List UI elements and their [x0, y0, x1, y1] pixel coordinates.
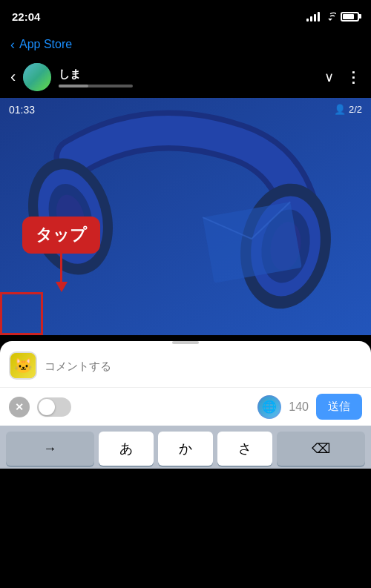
key-delete[interactable]: ⌫ [277, 432, 365, 466]
toggle-knob [39, 399, 55, 415]
avatar [23, 63, 51, 91]
keyboard: → あ か さ ⌫ [0, 426, 371, 469]
wifi-icon [324, 12, 336, 21]
story-info: 01:33 [9, 104, 35, 116]
nav-bar: ‹ しま ∨ ⋮ [0, 56, 371, 98]
viewers-icon: 👤 [334, 104, 346, 115]
status-bar: 22:04 [0, 0, 371, 33]
chevron-down-icon[interactable]: ∨ [324, 69, 334, 85]
app-store-label[interactable]: App Store [19, 38, 72, 51]
key-sa-label: さ [238, 440, 252, 457]
user-info: しま [59, 67, 317, 87]
key-delete-label: ⌫ [312, 440, 330, 457]
key-ka[interactable]: か [158, 432, 213, 466]
sticker-button[interactable]: 🌐 [257, 395, 281, 419]
toolbar-row: ✕ 🌐 140 送信 [0, 387, 371, 426]
tap-annotation: タップ [22, 217, 100, 283]
status-icons [306, 11, 359, 22]
key-arrow-label: → [43, 441, 56, 457]
target-highlight-box [0, 292, 43, 335]
sticker-icon: 🌐 [259, 397, 280, 417]
nav-actions: ∨ ⋮ [324, 68, 361, 86]
key-sa[interactable]: さ [217, 432, 272, 466]
char-count: 140 [289, 400, 309, 414]
more-options-icon[interactable]: ⋮ [346, 68, 361, 86]
avatar-icon: 🐱 [10, 353, 36, 378]
story-area[interactable]: 01:33 👤 2/2 タップ [0, 98, 371, 335]
comment-input[interactable] [45, 360, 362, 372]
close-icon[interactable]: ✕ [9, 397, 30, 417]
comment-avatar: 🐱 [9, 351, 37, 380]
nav-back-button[interactable]: ‹ [10, 67, 16, 87]
story-timestamp: 01:33 [9, 104, 35, 116]
tap-arrow-line [60, 254, 62, 283]
key-ka-label: か [179, 440, 192, 457]
signal-icon [306, 11, 320, 22]
story-viewers: 👤 2/2 [334, 104, 362, 115]
comment-input-row: 🐱 [0, 344, 371, 387]
comment-sheet: 🐱 ✕ 🌐 140 送信 [0, 341, 371, 426]
app-store-bar: ‹ App Store [0, 33, 371, 56]
toggle-switch[interactable] [37, 397, 71, 417]
send-button[interactable]: 送信 [316, 394, 362, 420]
key-arrow[interactable]: → [6, 432, 94, 466]
keyboard-row-1: → あ か さ ⌫ [3, 432, 368, 466]
battery-icon [341, 12, 359, 22]
progress-bar [59, 85, 133, 87]
viewers-count: 2/2 [349, 104, 362, 115]
key-a-label: あ [119, 440, 133, 457]
username: しま [59, 67, 317, 82]
status-time: 22:04 [12, 10, 40, 23]
tap-label: タップ [22, 217, 100, 254]
back-chevron-icon[interactable]: ‹ [10, 37, 15, 53]
key-a[interactable]: あ [99, 432, 154, 466]
